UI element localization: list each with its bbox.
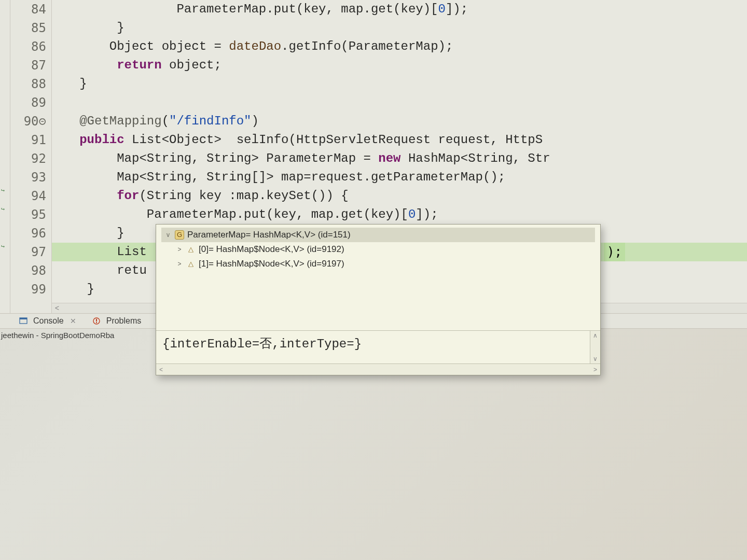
chevron-right-icon[interactable]: > [176, 260, 183, 268]
variable-detail-value[interactable]: {interEnable=否,interType=} [156, 331, 590, 363]
code-token: "/findInfo" [169, 114, 251, 128]
code-fragment: ); [604, 243, 625, 261]
line-number: 98 [10, 261, 51, 280]
line-number-gutter: 84 85 86 87 88 89 90⊝ 91 92 93 94 95 96 … [10, 0, 52, 313]
code-token: @GetMapping [79, 114, 161, 128]
line-number: 95 [10, 205, 51, 224]
step-marker-icon: ↪ [1, 243, 9, 251]
code-token [57, 133, 79, 147]
problems-icon [92, 316, 101, 326]
code-token: } [57, 21, 125, 35]
code-token: return [117, 58, 161, 72]
problems-tab[interactable]: Problems [106, 316, 142, 326]
code-token: ParameterMap.put(key, map.get(key)[ [57, 2, 438, 16]
code-token: ) [252, 114, 259, 128]
code-token: } [57, 226, 125, 240]
chevron-right-icon[interactable]: > [176, 246, 183, 253]
line-number: 89 [10, 93, 51, 112]
code-line[interactable]: public List<Object> selInfo(HttpServletR… [52, 131, 747, 149]
code-token: ]); [416, 207, 438, 221]
tree-node-label: ParameterMap= HashMap<K,V> (id=151) [187, 228, 351, 242]
line-number: 97 [10, 243, 51, 261]
code-token: dateDao [229, 39, 281, 53]
scroll-down-icon[interactable]: ∨ [593, 355, 598, 362]
code-line[interactable] [52, 93, 747, 112]
step-marker-icon: ↪ [1, 205, 9, 214]
code-token: 0 [408, 207, 416, 221]
line-number: 88 [10, 75, 51, 93]
variable-tree[interactable]: v G ParameterMap= HashMap<K,V> (id=151) … [156, 225, 600, 330]
scroll-left-icon[interactable]: < [52, 304, 62, 313]
variable-icon: G [175, 230, 184, 240]
code-token: new [378, 151, 400, 165]
code-token: public [79, 133, 124, 147]
array-element-icon: △ [186, 259, 196, 269]
line-number: 87 [10, 56, 51, 75]
code-line[interactable]: Object object = dateDao.getInfo(Paramete… [52, 37, 747, 56]
code-token [57, 114, 79, 128]
line-number: 99 [10, 280, 51, 299]
line-number: 85 [10, 19, 51, 37]
code-token: 0 [438, 2, 446, 16]
line-number: 92 [10, 149, 51, 168]
code-token: Object object = [57, 39, 229, 53]
code-token: for [117, 189, 139, 203]
code-line[interactable]: return object; [52, 56, 747, 75]
svg-rect-1 [20, 318, 27, 319]
code-token: object; [162, 58, 222, 72]
code-token: (String key :map.keySet()) { [139, 189, 348, 203]
console-icon [19, 316, 28, 326]
console-tab[interactable]: Console [33, 316, 64, 326]
scroll-right-icon[interactable]: > [593, 366, 597, 373]
line-number: 84 [10, 0, 51, 19]
code-line[interactable]: for(String key :map.keySet()) { [52, 187, 747, 205]
popup-horizontal-scrollbar[interactable]: < > [156, 363, 600, 375]
code-line[interactable]: Map<String, String[]> map=request.getPar… [52, 168, 747, 187]
code-token [57, 58, 117, 72]
scroll-up-icon[interactable]: ∧ [593, 332, 598, 339]
tree-node[interactable]: > △ [0]= HashMap$Node<K,V> (id=9192) [161, 242, 595, 257]
close-icon[interactable]: ✕ [70, 317, 76, 325]
tree-node[interactable]: v G ParameterMap= HashMap<K,V> (id=151) [161, 228, 595, 242]
code-line[interactable]: } [52, 19, 747, 37]
code-token: Map<String, String[]> map=request.getPar… [57, 170, 505, 184]
code-token: ( [162, 114, 169, 128]
code-token: Map<String, String> ParameterMap = [57, 151, 378, 165]
code-token: List [57, 245, 147, 259]
svg-rect-3 [96, 319, 97, 321]
code-line[interactable]: } [52, 75, 747, 93]
tree-node[interactable]: > △ [1]= HashMap$Node<K,V> (id=9197) [161, 257, 595, 271]
array-element-icon: △ [186, 245, 196, 254]
line-number: 93 [10, 168, 51, 187]
detail-vertical-scrollbar[interactable]: ∧ ∨ [590, 331, 600, 363]
chevron-down-icon[interactable]: v [164, 231, 172, 239]
code-token: ParameterMap.put(key, map.get(key)[ [57, 207, 408, 221]
marker-ruler: ↪ ↪ ↪ [0, 0, 10, 313]
tree-node-label: [0]= HashMap$Node<K,V> (id=9192) [199, 242, 344, 257]
code-token: retu [57, 263, 147, 277]
tree-node-label: [1]= HashMap$Node<K,V> (id=9197) [199, 257, 344, 271]
code-line[interactable]: ParameterMap.put(key, map.get(key)[0]); [52, 205, 747, 224]
code-token [57, 189, 117, 203]
code-line[interactable]: ParameterMap.put(key, map.get(key)[0]); [52, 0, 747, 19]
code-line[interactable]: Map<String, String> ParameterMap = new H… [52, 149, 747, 168]
code-token: ]); [446, 2, 468, 16]
code-token: } [57, 282, 94, 296]
code-token: .getInfo(ParameterMap); [281, 39, 453, 53]
line-number: 86 [10, 37, 51, 56]
step-marker-icon: ↪ [1, 187, 9, 195]
line-number: 94 [10, 187, 51, 205]
line-number: 96 [10, 224, 51, 243]
code-token: } [57, 77, 87, 91]
line-number: 90⊝ [10, 112, 51, 131]
code-token: HashMap<String, Str [401, 151, 550, 165]
code-token: List<Object> selInfo(HttpServletRequest … [125, 133, 543, 147]
scroll-left-icon[interactable]: < [159, 366, 163, 373]
launch-config-label: jeethewin - SpringBootDemoRba [0, 329, 114, 342]
svg-rect-4 [96, 322, 97, 323]
line-number: 91 [10, 131, 51, 149]
debug-hover-popup[interactable]: v G ParameterMap= HashMap<K,V> (id=151) … [156, 224, 601, 375]
code-line[interactable]: @GetMapping("/findInfo") [52, 112, 747, 131]
variable-detail: {interEnable=否,interType=} ∧ ∨ [156, 330, 600, 363]
